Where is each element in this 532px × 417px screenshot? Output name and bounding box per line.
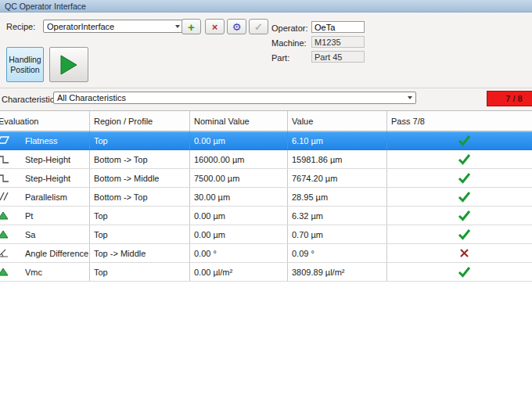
region-cell: Bottom -> Top	[90, 188, 190, 206]
table-row[interactable]: FlatnessTop0.00 µm6.10 µm	[0, 131, 532, 150]
machine-label: Machine:	[271, 38, 307, 48]
nominal-value-cell: 0.00 µl/m²	[190, 263, 288, 281]
window-title: QC Operator Interface	[5, 2, 86, 11]
evaluation-cell: Step-Height	[0, 169, 90, 187]
region-cell: Top	[90, 263, 190, 281]
pass-check-icon	[458, 135, 471, 146]
pass-check-icon	[458, 228, 471, 240]
toolbar-separator	[0, 88, 532, 88]
qc-operator-window: QC Operator Interface Recipe: OperatorIn…	[0, 0, 532, 417]
pass-cell	[387, 244, 532, 262]
region-cell: Top	[90, 131, 190, 149]
add-recipe-button[interactable]: +	[182, 19, 201, 34]
table-row[interactable]: ParallelismBottom -> Top30.00 µm28.95 µm	[0, 188, 532, 207]
handling-position-button[interactable]: Handling Position	[6, 47, 44, 82]
table-row[interactable]: SaTop0.00 µm0.70 µm	[0, 225, 532, 244]
characteristic-label: Characteristic:	[2, 95, 56, 104]
recipe-label: Recipe:	[6, 22, 35, 31]
measured-value-cell: 3809.89 µl/m²	[288, 263, 387, 281]
pass-cell	[387, 263, 532, 281]
peak-icon	[0, 228, 9, 240]
table-row[interactable]: Step-HeightBottom -> Middle7500.00 µm767…	[0, 169, 532, 188]
fail-cross-icon	[459, 248, 469, 258]
measured-value-cell: 0.09 °	[288, 244, 387, 262]
evaluation-name: Parallelism	[25, 192, 67, 202]
handling-position-label: Handling Position	[7, 55, 43, 74]
nominal-value-cell: 0.00 µm	[190, 207, 288, 225]
recipe-select-value: OperatorInterface	[44, 22, 171, 31]
characteristic-select-value: All Characteristics	[54, 93, 404, 102]
evaluation-cell: Vmc	[0, 263, 90, 281]
angle-icon	[0, 247, 9, 259]
step-icon	[0, 153, 9, 165]
nominal-value-cell: 7500.00 µm	[190, 169, 288, 187]
results-table-body: FlatnessTop0.00 µm6.10 µm Step-HeightBot…	[0, 131, 532, 282]
nominal-value-cell: 0.00 µm	[190, 131, 288, 149]
evaluation-name: Step-Height	[25, 174, 70, 183]
evaluation-name: Step-Height	[25, 155, 70, 164]
parallelism-icon	[0, 191, 9, 203]
pass-check-icon	[458, 210, 471, 221]
evaluation-name: Pt	[25, 211, 33, 221]
pass-check-icon	[458, 153, 471, 165]
region-cell: Bottom -> Middle	[90, 169, 190, 187]
measured-value-cell: 28.95 µm	[288, 188, 387, 206]
evaluation-cell: Parallelism	[0, 188, 90, 206]
table-row[interactable]: PtTop0.00 µm6.32 µm	[0, 207, 532, 225]
measured-value-cell: 0.70 µm	[288, 225, 387, 243]
delete-recipe-button[interactable]: ×	[205, 19, 225, 34]
evaluation-cell: Pt	[0, 207, 90, 225]
measured-value-cell: 6.32 µm	[288, 207, 387, 225]
evaluation-name: Vmc	[25, 268, 42, 277]
measured-value-cell: 6.10 µm	[288, 131, 387, 149]
column-header[interactable]: Region / Profile	[90, 111, 190, 131]
pass-cell	[387, 188, 532, 206]
nominal-value-cell: 0.00 °	[190, 244, 288, 262]
pass-ratio-text: 7 / 8	[505, 94, 522, 103]
title-bar[interactable]: QC Operator Interface	[0, 0, 532, 13]
confirm-check-button[interactable]: ✓	[249, 19, 268, 34]
table-row[interactable]: VmcTop0.00 µl/m²3809.89 µl/m²	[0, 263, 532, 282]
evaluation-cell: Angle Difference	[0, 244, 90, 262]
column-header[interactable]: Evaluation	[0, 111, 90, 131]
region-cell: Top	[90, 225, 190, 243]
table-row[interactable]: Step-HeightBottom -> Top16000.00 µm15981…	[0, 150, 532, 169]
evaluation-name: Angle Difference	[25, 249, 88, 258]
pass-check-icon	[458, 172, 471, 184]
results-table: EvaluationRegion / ProfileNominal ValueV…	[0, 110, 532, 282]
peak-icon	[0, 266, 9, 278]
region-cell: Top -> Middle	[90, 244, 190, 262]
chevron-down-icon	[404, 92, 415, 103]
pass-check-icon	[458, 266, 471, 278]
start-measurement-button[interactable]	[49, 47, 88, 82]
recipe-select[interactable]: OperatorInterface	[43, 20, 184, 33]
part-field	[311, 51, 365, 63]
pass-cell	[387, 207, 532, 225]
region-cell: Top	[90, 207, 190, 225]
table-row[interactable]: Angle DifferenceTop -> Middle0.00 °0.09 …	[0, 244, 532, 263]
flatness-icon	[0, 135, 9, 146]
machine-field	[311, 36, 365, 48]
column-header[interactable]: Value	[288, 111, 387, 131]
peak-icon	[0, 210, 9, 221]
step-icon	[0, 172, 9, 184]
measured-value-cell: 15981.86 µm	[288, 150, 387, 168]
column-header[interactable]: Nominal Value	[190, 111, 288, 131]
settings-gear-button[interactable]: ⚙	[227, 19, 246, 34]
part-label: Part:	[271, 53, 289, 63]
pass-ratio-badge: 7 / 8	[487, 91, 532, 106]
evaluation-name: Flatness	[25, 136, 58, 146]
nominal-value-cell: 0.00 µm	[190, 225, 288, 243]
region-cell: Bottom -> Top	[90, 150, 190, 168]
characteristic-select[interactable]: All Characteristics	[53, 92, 416, 104]
pass-check-icon	[458, 191, 471, 203]
table-header-row[interactable]: EvaluationRegion / ProfileNominal ValueV…	[0, 111, 532, 131]
column-header[interactable]: Pass 7/8	[387, 111, 532, 131]
pass-cell	[387, 150, 532, 168]
evaluation-name: Sa	[25, 230, 35, 239]
operator-field[interactable]	[311, 21, 365, 33]
measured-value-cell: 7674.20 µm	[288, 169, 387, 187]
pass-cell	[387, 131, 532, 149]
pass-cell	[387, 225, 532, 243]
nominal-value-cell: 30.00 µm	[190, 188, 288, 206]
